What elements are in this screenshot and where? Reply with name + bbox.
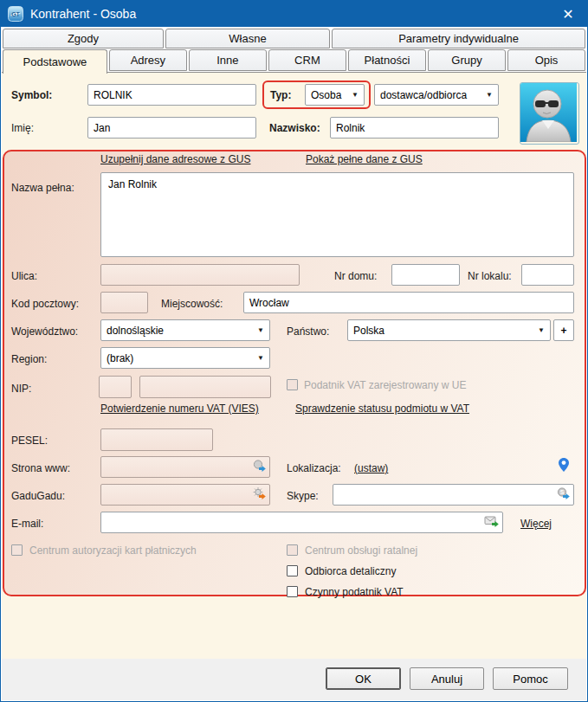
window-title: Kontrahent - Osoba — [30, 7, 556, 21]
nr-domu-input[interactable] — [391, 264, 460, 286]
centrum-kart-checkbox — [11, 544, 23, 556]
lokalizacja-label: Lokalizacja: — [287, 462, 341, 474]
close-icon[interactable]: ✕ — [556, 6, 580, 23]
typ-dropdown[interactable]: Osoba▼ — [305, 84, 365, 106]
email-more-link[interactable]: Więcej — [520, 518, 552, 530]
ulica-input[interactable] — [100, 264, 300, 286]
kod-pocztowy-label: Kod pocztowy: — [11, 298, 79, 310]
nr-domu-label: Nr domu: — [334, 270, 377, 282]
vat-ue-checkbox-label: Podatnik VAT zarejestrowany w UE — [304, 379, 466, 391]
centrum-kart-checkbox-label: Centrum autoryzacji kart płatniczych — [29, 544, 197, 557]
pesel-input[interactable] — [100, 428, 213, 451]
tab-wlasne[interactable]: Własne — [165, 29, 330, 48]
panstwo-dropdown[interactable]: Polska▼ — [347, 319, 551, 341]
vat-ue-checkbox — [287, 379, 298, 390]
title-bar: GT Kontrahent - Osoba ✕ — [1, 1, 587, 27]
tab-adresy[interactable]: Adresy — [109, 49, 187, 71]
open-website-icon[interactable] — [252, 459, 267, 475]
centrum-rat-checkbox — [287, 544, 298, 556]
chevron-down-icon: ▼ — [257, 326, 264, 334]
gadugadu-label: GaduGadu: — [11, 490, 65, 502]
symbol-input[interactable]: ROLNIK — [87, 84, 256, 106]
kod-pocztowy-input[interactable] — [100, 292, 148, 313]
nip-label: NIP: — [11, 383, 31, 395]
skype-call-icon[interactable]: S — [556, 486, 571, 503]
chevron-down-icon: ▼ — [538, 326, 545, 334]
gadugadu-input[interactable] — [100, 484, 270, 506]
ok-button[interactable]: OK — [326, 667, 401, 690]
centrum-rat-checkbox-label: Centrum obsługi ratalnej — [305, 544, 417, 557]
tab-grupy[interactable]: Grupy — [428, 49, 506, 71]
strona-www-label: Strona www: — [11, 462, 70, 474]
vies-link[interactable]: Potwierdzenie numeru VAT (VIES) — [100, 403, 259, 415]
tab-opis[interactable]: Opis — [507, 49, 585, 71]
miejscowosc-input[interactable]: Wrocław — [243, 292, 574, 313]
add-country-button[interactable]: + — [553, 319, 574, 341]
skype-input[interactable]: S — [333, 484, 574, 506]
app-icon: GT — [8, 6, 23, 22]
miejscowosc-label: Miejscowość: — [161, 298, 223, 310]
wojewodztwo-dropdown[interactable]: dolnośląskie▼ — [100, 319, 270, 341]
tab-parametry-indywidualne[interactable]: Parametry indywidualne — [332, 29, 585, 48]
imie-label: Imię: — [11, 122, 34, 134]
wojewodztwo-label: Województwo: — [11, 325, 78, 338]
nip-prefix-input[interactable] — [99, 376, 132, 398]
region-label: Region: — [11, 353, 47, 365]
svg-text:GT: GT — [11, 11, 20, 17]
rodzaj-dropdown[interactable]: dostawca/odbiorca▼ — [374, 84, 499, 106]
secondary-tab-strip: Zgody Własne Parametry indywidualne — [3, 29, 585, 48]
odbiorca-detaliczny-checkbox-label: Odbiorca detaliczny — [305, 565, 396, 577]
nr-lokalu-input[interactable] — [521, 264, 574, 286]
nr-lokalu-label: Nr lokalu: — [468, 270, 512, 282]
gadugadu-send-icon[interactable] — [252, 486, 267, 503]
symbol-label: Symbol: — [11, 89, 52, 101]
lokalizacja-ustaw-link[interactable]: (ustaw) — [354, 462, 388, 474]
gus-show-link[interactable]: Pokaż pełne dane z GUS — [306, 153, 423, 165]
email-label: E-mail: — [11, 518, 43, 530]
nazwa-pelna-textarea[interactable]: Jan Rolnik — [100, 172, 574, 257]
chevron-down-icon: ▼ — [486, 91, 493, 99]
panstwo-label: Państwo: — [287, 325, 329, 338]
strona-www-input[interactable] — [100, 456, 270, 478]
region-dropdown[interactable]: (brak)▼ — [100, 347, 270, 369]
nazwisko-label: Nazwisko: — [269, 122, 320, 134]
tab-platnosci[interactable]: Płatności — [348, 49, 426, 71]
cancel-button[interactable]: Anuluj — [410, 667, 484, 690]
skype-label: Skype: — [287, 490, 319, 502]
typ-label: Typ: — [270, 89, 291, 101]
czynny-vat-checkbox-label: Czynny podatnik VAT — [305, 586, 404, 598]
tab-podstawowe[interactable]: Podstawowe — [3, 49, 107, 74]
main-tab-strip: Podstawowe Adresy Inne CRM Płatności Gru… — [3, 49, 585, 73]
map-pin-icon[interactable] — [558, 457, 570, 476]
help-button[interactable]: Pomoc — [493, 667, 568, 690]
person-avatar — [520, 82, 579, 145]
send-email-icon[interactable] — [484, 514, 500, 531]
nazwa-pelna-label: Nazwa pełna: — [11, 182, 74, 194]
nip-number-input[interactable] — [139, 376, 271, 398]
chevron-down-icon: ▼ — [352, 91, 359, 99]
chevron-down-icon: ▼ — [257, 354, 264, 362]
tab-inne[interactable]: Inne — [189, 49, 267, 71]
imie-input[interactable]: Jan — [87, 117, 256, 138]
pesel-label: PESEL: — [11, 435, 48, 447]
email-input[interactable] — [100, 512, 503, 533]
svg-text:S: S — [560, 489, 565, 495]
tab-crm[interactable]: CRM — [268, 49, 346, 71]
tab-zgody[interactable]: Zgody — [3, 29, 164, 48]
gus-fill-link[interactable]: Uzupełnij dane adresowe z GUS — [100, 153, 250, 165]
vat-status-link[interactable]: Sprawdzenie statusu podmiotu w VAT — [295, 403, 469, 415]
ulica-label: Ulica: — [11, 270, 37, 282]
odbiorca-detaliczny-checkbox[interactable] — [287, 565, 298, 576]
nazwisko-input[interactable]: Rolnik — [330, 117, 499, 138]
czynny-vat-checkbox[interactable] — [287, 586, 298, 597]
kontrahent-dialog: GT Kontrahent - Osoba ✕ Zgody Własne Par… — [0, 0, 588, 702]
